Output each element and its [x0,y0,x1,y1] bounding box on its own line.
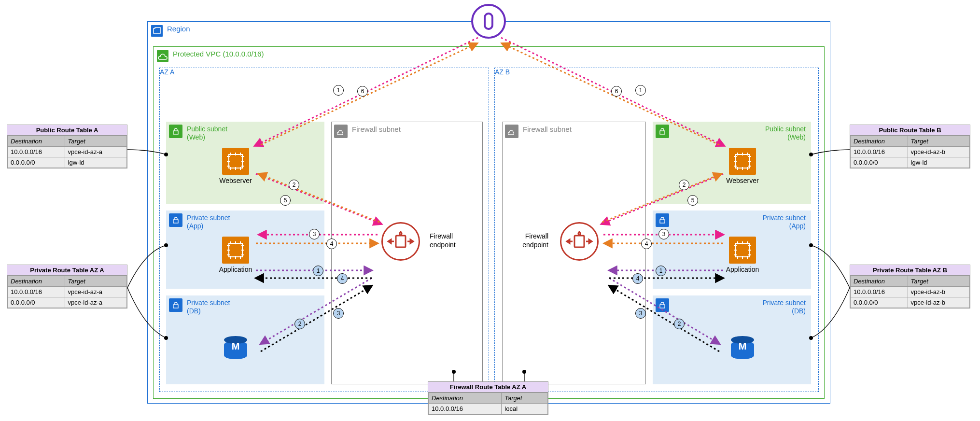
az-b-label: AZ B [495,68,818,76]
lock-icon [656,298,669,312]
step-2-pink-b: 2 [679,180,689,190]
lock-icon [656,125,669,138]
svg-marker-67 [567,239,570,243]
public-route-table-a: Public Route Table A DestinationTarget 1… [7,125,127,168]
svg-rect-36 [660,131,665,134]
svg-rect-65 [574,236,584,247]
svg-marker-35 [410,239,413,243]
lock-icon [656,213,669,227]
step-3-black-a: 3 [333,308,344,319]
webserver-a-icon [222,148,249,175]
database-b-icon: M [731,336,754,359]
step-1-pink-a: 1 [333,85,344,96]
dot [164,153,168,156]
step-6-orange-b: 6 [611,86,622,97]
dot [809,243,813,247]
step-1-purple-a: 1 [313,266,323,276]
svg-rect-3 [229,154,242,168]
rt-title: Firewall Route Table AZ A [428,382,548,393]
step-2-purple-b: 2 [674,319,685,329]
svg-rect-51 [736,243,749,257]
application-b-label: Application [723,266,762,273]
private-app-title: Private subnet(App) [187,214,230,230]
svg-marker-33 [388,239,391,243]
vpc-icon [156,49,169,63]
svg-rect-1 [157,50,168,62]
step-5-orange-b: 5 [687,195,698,206]
step-3-pink-a: 3 [309,229,320,239]
private-app-b-title: Private subnet(App) [763,214,806,230]
step-4-black-b: 4 [632,273,643,284]
firewall-endpoint-a-icon [381,222,420,261]
step-4-black-a: 4 [337,273,348,284]
svg-rect-16 [173,220,178,223]
firewall-subnet-title: Firewall subnet [352,125,401,133]
step-1-pink-b: 1 [635,85,646,96]
public-subnet-b-title: Public subnet(Web) [765,125,806,141]
svg-rect-2 [173,131,178,134]
svg-rect-17 [229,243,242,257]
svg-rect-30 [173,305,178,308]
dot [452,370,456,374]
private-route-table-a: Private Route Table AZ A DestinationTarg… [7,265,127,309]
rt-title: Public Route Table B [850,125,970,136]
cloud-icon [334,125,348,138]
dot [522,370,526,374]
svg-rect-50 [660,220,665,223]
public-subnet-title: Public subnet(Web) [187,125,227,141]
region-icon [150,24,164,38]
firewall-subnet-b-title: Firewall subnet [523,125,572,133]
step-4-orange-b: 4 [641,239,652,249]
private-db-title: Private subnet(DB) [187,299,230,315]
webserver-b-icon [729,148,756,175]
svg-rect-0 [151,25,163,37]
rt-title: Private Route Table AZ A [7,265,127,276]
rt-title: Public Route Table A [7,125,127,136]
step-5-orange-a: 5 [280,195,291,206]
database-a-icon: M [224,336,247,359]
application-a-icon [222,237,249,264]
application-b-icon [729,237,756,264]
svg-rect-31 [396,236,406,247]
dot [809,336,813,340]
dot [164,336,168,340]
lock-icon [169,125,182,138]
internet-gateway-icon [471,4,506,39]
svg-rect-37 [736,154,749,168]
firewall-route-table-a: Firewall Route Table AZ A DestinationTar… [428,381,548,415]
svg-rect-64 [660,305,665,308]
firewall-endpoint-b-icon [560,222,599,261]
firewall-endpoint-b-label: Firewallendpoint [510,232,548,249]
cloud-icon [505,125,518,138]
step-2-purple-a: 2 [294,319,305,329]
az-a-label: AZ A [160,68,489,76]
step-1-purple-b: 1 [656,266,666,276]
step-6-orange-a: 6 [357,86,368,97]
region-label: Region [167,25,190,33]
lock-icon [169,298,182,312]
dot [164,243,168,247]
step-2-pink-a: 2 [289,180,299,190]
firewall-endpoint-a-label: Firewallendpoint [430,232,468,249]
private-route-table-b: Private Route Table AZ B DestinationTarg… [850,265,970,309]
svg-marker-69 [589,239,592,243]
step-4-orange-a: 4 [326,239,337,249]
webserver-b-label: Webserver [723,177,762,184]
step-3-black-b: 3 [635,308,646,319]
private-db-b-title: Private subnet(DB) [763,299,806,315]
lock-icon [169,213,182,227]
step-3-pink-b: 3 [658,229,669,239]
public-route-table-b: Public Route Table B DestinationTarget 1… [850,125,970,168]
dot [809,153,813,156]
webserver-a-label: Webserver [216,177,255,184]
rt-title: Private Route Table AZ B [850,265,970,276]
application-a-label: Application [216,266,255,273]
vpc-label: Protected VPC (10.0.0.0/16) [173,50,264,58]
